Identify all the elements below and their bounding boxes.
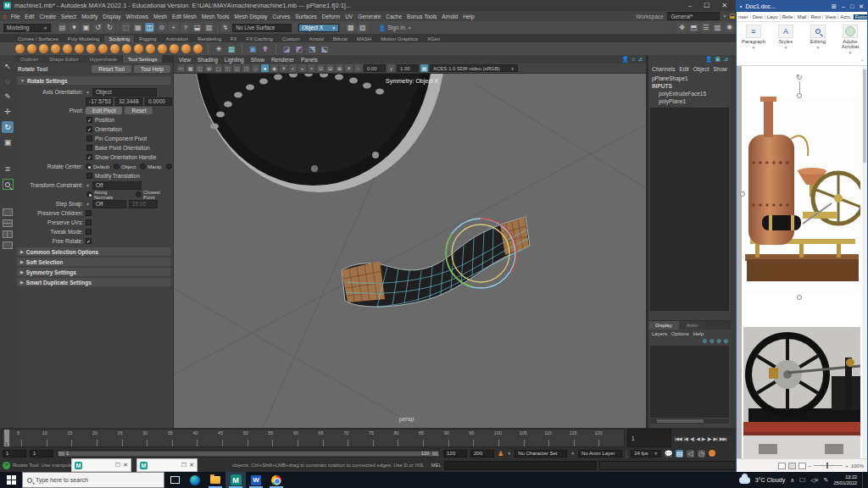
section-header[interactable]: ▶Common Selection Options xyxy=(17,247,171,256)
menu-item[interactable]: Mesh Tools xyxy=(199,14,232,19)
layout-outliner-icon[interactable] xyxy=(3,241,13,249)
shelf-tab[interactable]: Rendering xyxy=(193,36,225,42)
timeline-ruler[interactable]: 1 51015202530354045505560657075808590951… xyxy=(2,429,625,447)
radio-option[interactable]: Object xyxy=(114,164,136,169)
menu-item[interactable]: Edit xyxy=(22,14,36,19)
select-tool-icon[interactable]: ↖ xyxy=(2,60,14,72)
sidebar-tab[interactable]: Hypershade xyxy=(85,55,122,63)
input-node[interactable]: polyPlane1 xyxy=(652,97,731,105)
menu-item[interactable]: Bonus Tools xyxy=(404,14,439,19)
steam-engine-photo-2[interactable] xyxy=(743,327,860,458)
menu-item[interactable]: Surfaces xyxy=(292,14,320,19)
start-button[interactable] xyxy=(0,475,22,485)
layer-menu-item[interactable]: Layers xyxy=(652,331,667,336)
rotate-tool-icon[interactable]: ↻ xyxy=(2,121,14,133)
clock-icon[interactable]: ◷ xyxy=(698,450,705,458)
current-frame-field[interactable]: 1 xyxy=(627,429,671,447)
sculpt-brush-icon[interactable] xyxy=(15,44,25,53)
maya-titlebar[interactable]: M machine1.mb* - Autodesk MAYA 2022.1 - … xyxy=(0,0,737,11)
menu-item[interactable]: Windows xyxy=(124,14,151,19)
layer-empty-icon[interactable]: ◍ xyxy=(703,337,707,345)
safe-action-icon[interactable]: ◱ xyxy=(233,64,241,72)
shelf-tab[interactable]: Bifrost xyxy=(329,36,352,42)
radio-option[interactable]: Manip xyxy=(140,164,161,169)
print-layout-icon[interactable] xyxy=(788,463,796,469)
sculpt-brush-icon[interactable] xyxy=(170,44,179,53)
multisample-icon[interactable]: ⊡ xyxy=(317,64,325,72)
playback-start-field[interactable]: 1 xyxy=(3,450,26,458)
checkbox-row[interactable]: Free Rotate: xyxy=(15,236,173,246)
mirror-tool-icon[interactable]: ⬔ xyxy=(307,44,317,54)
maximize-icon[interactable]: □ xyxy=(850,3,854,10)
ribbon-tab[interactable]: nser xyxy=(737,14,751,19)
new-layer-sel-icon[interactable]: ◍ xyxy=(724,337,728,345)
attribute-editor-icon[interactable]: ☰ xyxy=(701,23,710,32)
sculpt-brush-icon[interactable] xyxy=(181,44,191,53)
maximize-icon[interactable]: ☐ xyxy=(115,462,120,469)
exposure-field[interactable]: 0.00 xyxy=(364,64,386,72)
word-scrollbar[interactable] xyxy=(862,66,867,458)
playhead[interactable]: 1 xyxy=(4,430,9,446)
redo-icon[interactable]: ↻ xyxy=(105,23,114,32)
new-scene-icon[interactable]: ▤ xyxy=(58,23,67,32)
grid-toggle-icon[interactable]: ▦ xyxy=(186,64,194,72)
volume-tray-icon[interactable]: ◁× xyxy=(810,477,818,484)
gamma-field[interactable]: 1.00 xyxy=(397,64,419,72)
menu-item[interactable]: File xyxy=(8,14,22,19)
screen-ao-icon[interactable]: ◒ xyxy=(298,64,306,72)
sculpt-brush-icon[interactable] xyxy=(75,44,84,53)
move-tool-icon[interactable]: ✛ xyxy=(2,106,14,118)
step-back-key-icon[interactable]: ◀| xyxy=(689,435,694,441)
snap-plane-icon[interactable]: + xyxy=(169,23,178,32)
shelf-tab[interactable]: Arnold xyxy=(305,36,328,42)
pen-tray-icon[interactable]: ✎ xyxy=(824,477,829,484)
snap-view-icon[interactable]: ? xyxy=(181,23,190,32)
field-chart-icon[interactable]: ◰ xyxy=(224,64,231,72)
channel-box-menu-item[interactable]: Show xyxy=(713,66,726,72)
chevron-down-icon[interactable]: ▼ xyxy=(722,14,726,19)
sidebar-tab[interactable]: Outliner xyxy=(15,55,43,63)
gate-mask-icon[interactable]: ▢ xyxy=(214,64,222,72)
transform-constraint-dropdown[interactable]: Off xyxy=(92,181,142,190)
camera-lock-icon[interactable]: ▭ xyxy=(177,64,185,72)
display-tray-icon[interactable]: 🖵 xyxy=(799,477,805,484)
shelf-tab[interactable]: Rigging xyxy=(135,36,160,42)
show-desktop-button[interactable] xyxy=(862,472,865,488)
scale-tool-icon[interactable]: ▣ xyxy=(2,136,14,148)
ribbon-tab[interactable]: Desi xyxy=(751,14,765,19)
channel-box-menu-item[interactable]: Channels xyxy=(652,66,675,72)
hidden-icons-chevron[interactable]: ∧ xyxy=(790,477,794,484)
go-to-end-icon[interactable]: ▶▶| xyxy=(719,435,727,441)
menu-set-dropdown[interactable]: Modeling▼ xyxy=(3,24,51,32)
character-set-dropdown[interactable]: No Character Set xyxy=(515,450,567,458)
range-start-handle[interactable] xyxy=(58,452,64,456)
smooth-tool-icon[interactable]: ⬕ xyxy=(320,44,330,54)
shelf-tab[interactable]: XGen xyxy=(423,36,444,42)
web-layout-icon[interactable] xyxy=(798,463,806,469)
menu-item[interactable]: Mesh xyxy=(151,14,170,19)
ribbon-tab[interactable]: Refe xyxy=(781,14,796,19)
graph-icon[interactable]: ⊿ xyxy=(637,56,643,63)
lighting-icon[interactable]: ☀ xyxy=(280,64,287,72)
ribbon-tab[interactable]: Acro xyxy=(838,14,853,19)
workspace-value[interactable]: General* xyxy=(667,12,720,20)
sculpt-brush-icon[interactable] xyxy=(158,44,167,53)
taskbar-edge[interactable] xyxy=(185,472,205,488)
anim-layer-dropdown[interactable]: No Anim Layer xyxy=(578,450,622,458)
mel-command-input[interactable] xyxy=(444,461,597,470)
checkbox-row[interactable]: Preserve Children: xyxy=(15,208,173,218)
paint-select-tool-icon[interactable]: ✎ xyxy=(2,91,14,103)
freeze-tool-icon[interactable]: ✳ xyxy=(214,44,224,54)
checkbox-row[interactable]: Position xyxy=(15,115,173,125)
taskbar-search[interactable]: Type here to search xyxy=(22,472,164,488)
taskbar-clock[interactable]: 13:22 25/01/2022 xyxy=(833,474,857,486)
sculpt-brush-icon[interactable] xyxy=(110,44,120,53)
ribbon-group-acrobat[interactable]: Adobe Acrobat▼ xyxy=(835,25,865,63)
checkbox-row[interactable]: Tweak Mode: xyxy=(15,227,173,236)
lock-selection-icon[interactable]: ⬓ xyxy=(192,23,202,32)
rotate-handle-icon[interactable]: ↻ xyxy=(796,73,803,81)
sculpt-brush-icon[interactable] xyxy=(98,44,108,53)
gamma-icon[interactable]: γ xyxy=(387,64,395,72)
color-management-icon[interactable]: ▤ xyxy=(420,64,428,72)
menu-item[interactable]: Arnold xyxy=(439,14,460,19)
